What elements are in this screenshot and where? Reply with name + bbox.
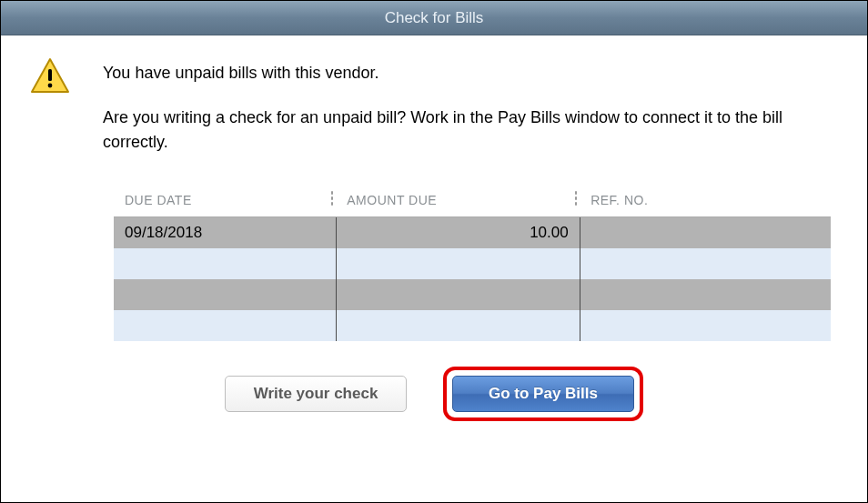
message-area: You have unpaid bills with this vendor. …	[30, 61, 838, 155]
check-for-bills-dialog: Check for Bills You have unpaid bills wi…	[0, 0, 868, 503]
cell-ref-no	[580, 217, 831, 248]
warning-icon	[30, 57, 70, 94]
table-header-row: DUE DATE AMOUNT DUE REF. NO.	[114, 186, 831, 217]
cell-amount-due: 10.00	[336, 217, 580, 248]
button-row: Write your check Go to Pay Bills	[30, 367, 838, 421]
header-amount-due: AMOUNT DUE	[336, 186, 580, 217]
bills-table: DUE DATE AMOUNT DUE REF. NO. 09/18/2018 …	[114, 186, 831, 341]
svg-point-2	[48, 84, 53, 88]
go-to-pay-bills-button[interactable]: Go to Pay Bills	[452, 376, 634, 412]
dialog-title: Check for Bills	[385, 9, 484, 27]
svg-rect-1	[48, 69, 52, 81]
dialog-titlebar: Check for Bills	[1, 1, 867, 35]
bills-table-wrap: DUE DATE AMOUNT DUE REF. NO. 09/18/2018 …	[114, 186, 831, 341]
table-row-empty	[114, 310, 831, 341]
primary-button-highlight: Go to Pay Bills	[443, 367, 643, 421]
table-row-empty	[114, 248, 831, 279]
message-line-2: Are you writing a check for an unpaid bi…	[103, 106, 838, 155]
message-line-1: You have unpaid bills with this vendor.	[103, 61, 838, 86]
table-row-empty	[114, 279, 831, 310]
header-due-date: DUE DATE	[114, 186, 336, 217]
dialog-content: You have unpaid bills with this vendor. …	[1, 35, 867, 502]
table-row[interactable]: 09/18/2018 10.00	[114, 217, 831, 248]
write-your-check-button[interactable]: Write your check	[225, 376, 407, 412]
cell-due-date: 09/18/2018	[114, 217, 336, 248]
message-text: You have unpaid bills with this vendor. …	[103, 61, 838, 155]
header-ref-no: REF. NO.	[580, 186, 831, 217]
